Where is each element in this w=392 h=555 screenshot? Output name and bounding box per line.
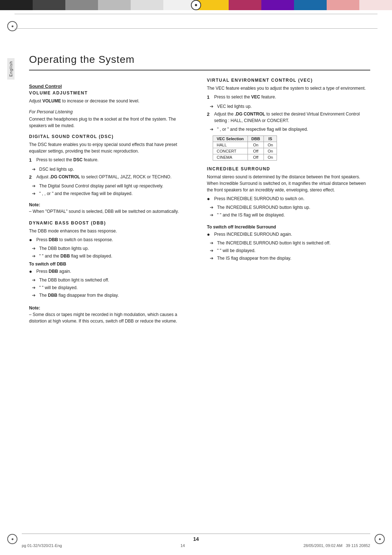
dsc-note-label: Note:	[29, 202, 192, 207]
arrow-icon-9: ➔	[210, 103, 216, 110]
bottom-left-target	[7, 534, 17, 544]
color-block-4	[98, 0, 131, 10]
color-block-12	[359, 0, 392, 10]
vec-table: VEC Selection DBB IS HALL On On CONCERT …	[213, 135, 277, 161]
right-column: VIRTUAL ENVIRONMENT CONTROL (VEC) The VE…	[207, 78, 370, 327]
is-off-arrow-3-text: The IS flag disappear from the display.	[217, 255, 291, 262]
step-number-1: 1	[29, 157, 34, 164]
arrow-icon-13: ➔	[210, 240, 216, 246]
is-text: Normal stereo sound is determined by the…	[207, 174, 370, 193]
is-title: INCREDIBLE SURROUND	[207, 166, 370, 171]
top-line-1	[15, 14, 377, 14]
arrow-icon-14: ➔	[210, 247, 216, 254]
title-underline	[29, 70, 370, 70]
arrow-icon-3: ➔	[32, 190, 38, 197]
dbb-off-arrow-2-text: " " will be displayed.	[39, 284, 78, 291]
color-block-9	[261, 0, 294, 10]
dsc-title: DIGITAL SOUND CONTROL (DSC)	[29, 134, 192, 139]
dbb-arrow-1: ➔ The DBB button lights up.	[29, 245, 192, 252]
is-off-arrow-2: ➔ " " will be displayed.	[207, 247, 370, 254]
vec-row-1-col-1: HALL	[213, 142, 248, 148]
dsc-arrow-1-text: DSC led lights up.	[39, 166, 74, 173]
left-column: Sound Control VOLUME ADJUSTMENT Adjust V…	[29, 78, 192, 327]
footer-center: 14	[180, 543, 185, 548]
is-arrow-2: ➔ " " and the IS flag will be displayed.	[207, 212, 370, 218]
vec-arrow-2: ➔ " , or " and the respective flag will …	[207, 126, 370, 133]
bullet-icon-3: ●	[207, 195, 212, 203]
dsc-step-1-text: Press to select the DSC feature.	[36, 157, 98, 164]
arrow-icon-12: ➔	[210, 212, 216, 218]
vec-row-1-col-2: On	[248, 142, 264, 148]
dbb-off-arrow-1: ➔ The DBB button light is switched off.	[29, 277, 192, 283]
page-number: 14	[22, 536, 370, 542]
bottom-line	[22, 534, 370, 534]
arrow-icon-1: ➔	[32, 166, 38, 173]
vec-step-1-text: Press to select the VEC feature.	[214, 94, 276, 101]
is-off-bullet-1-text: Press INCREDIBLE SURROUND again.	[214, 231, 292, 238]
top-color-bar	[0, 0, 392, 10]
is-arrow-1: ➔ The INCREDIBLE SURROUND button lights …	[207, 204, 370, 211]
left-target	[7, 21, 17, 31]
arrow-icon-8: ➔	[32, 292, 38, 299]
top-bar-right	[196, 0, 392, 10]
dsc-arrow-3: ➔ " , , or " and the respective flag wil…	[29, 190, 192, 197]
personal-listening-text: Connect the headphones plug to the n soc…	[29, 116, 192, 129]
arrow-icon-2: ➔	[32, 183, 38, 189]
volume-text: Adjust VOLUME to increase or decrease th…	[29, 98, 192, 104]
top-center-target	[191, 0, 201, 10]
vec-row-2-col-2: Off	[248, 148, 264, 154]
arrow-icon-10: ➔	[210, 126, 216, 133]
vec-row-2-col-1: CONCERT	[213, 148, 248, 154]
is-bullet-1: ● Press INCREDIBLE SURROUND to switch on…	[207, 195, 370, 203]
vec-step-2: 2 Adjust the .DG CONTROL to select the d…	[207, 111, 370, 124]
table-row: CINEMA Off On	[213, 154, 277, 160]
color-block-3	[65, 0, 98, 10]
volume-adjustment-title: VOLUME ADJUSTMENT	[29, 90, 192, 96]
switch-off-dbb-title: To switch off DBB	[29, 262, 192, 267]
dbb-off-arrow-3: ➔ The DBB flag disappear from the displa…	[29, 292, 192, 299]
is-arrow-2-text: " " and the IS flag will be displayed.	[217, 212, 285, 218]
dbb-title: DYNAMIC BASS BOOST (DBB)	[29, 220, 192, 226]
vec-step-2-text: Adjust the .DG CONTROL to select the des…	[214, 111, 370, 124]
dsc-arrow-2-text: The Digital Sound Control display panel …	[39, 183, 163, 189]
page-title: Operating the System	[29, 54, 370, 65]
table-row: HALL On On	[213, 142, 277, 148]
dbb-bullet-1-text: Press DBB to switch on bass response.	[36, 236, 113, 244]
vec-row-1-col-3: On	[264, 142, 277, 148]
footer-info: pg 01-32/V320/21-Eng 14 28/05/2001, 09:0…	[22, 543, 370, 548]
is-off-arrow-1: ➔ The INCREDIBLE SURROUND button light i…	[207, 240, 370, 246]
vec-row-3-col-2: Off	[248, 154, 264, 160]
dsc-step-2: 2 Adjust .DG CONTROL to select OPTIMAL, …	[29, 174, 192, 181]
bottom-left-target-inner	[12, 538, 13, 540]
dbb-arrow-1-text: The DBB button lights up.	[39, 245, 89, 252]
color-block-10	[294, 0, 327, 10]
bullet-icon-1: ●	[29, 236, 34, 244]
dbb-note-label: Note:	[29, 305, 192, 311]
top-line-2	[15, 28, 377, 29]
vec-row-3-col-1: CINEMA	[213, 154, 248, 160]
dbb-text: The DBB mode enhances the bass response.	[29, 228, 192, 234]
arrow-icon-4: ➔	[32, 245, 38, 252]
vec-arrow-2-text: " , or " and the respective flag will be…	[217, 126, 308, 133]
bullet-icon-4: ●	[207, 231, 212, 238]
two-column-layout: Sound Control VOLUME ADJUSTMENT Adjust V…	[29, 78, 370, 327]
color-block-11	[327, 0, 359, 10]
dsc-note: Note: – When "OPTIMAL" sound is selected…	[29, 202, 192, 215]
sound-control-title: Sound Control	[29, 84, 192, 89]
is-bullet-1-text: Press INCREDIBLE SURROUND to switch on.	[214, 195, 305, 203]
dbb-off-bullet-1: ● Press DBB again.	[29, 268, 192, 275]
bottom-right-target	[375, 534, 385, 544]
color-block-1	[0, 0, 33, 10]
dbb-arrow-2-text: " " and the DBB flag will be displayed.	[39, 253, 112, 259]
vec-step-1: 1 Press to select the VEC feature.	[207, 94, 370, 101]
switch-off-is-title: To switch off Incredible Surround	[207, 224, 370, 230]
personal-listening-label: For Personal Listening	[29, 109, 192, 114]
dbb-note-text: – Some discs or tapes might be recorded …	[29, 311, 192, 324]
is-arrow-1-text: The INCREDIBLE SURROUND button lights up…	[217, 204, 310, 211]
dbb-off-arrow-3-text: The DBB flag disappear from the display.	[39, 292, 119, 299]
dbb-off-arrow-2: ➔ " " will be displayed.	[29, 284, 192, 291]
arrow-icon-11: ➔	[210, 204, 216, 211]
color-block-8	[229, 0, 261, 10]
bullet-icon-2: ●	[29, 268, 34, 275]
step-number-2: 2	[29, 174, 34, 181]
